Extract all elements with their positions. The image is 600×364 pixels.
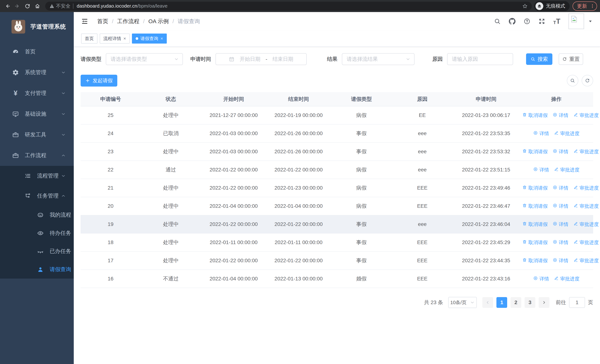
back-icon[interactable] <box>3 2 12 10</box>
page-size-label: 10条/页 <box>450 299 467 306</box>
action-progress-link[interactable]: 审批进度 <box>573 203 599 209</box>
sidebar-item-workflow[interactable]: 工作流程 <box>0 145 74 166</box>
toggle-search-button[interactable] <box>567 75 578 86</box>
close-icon[interactable]: × <box>160 36 163 41</box>
fullscreen-icon[interactable] <box>538 18 545 25</box>
browser-menu-icon[interactable] <box>590 4 595 9</box>
sidebar-item-leave-query[interactable]: 请假查询 <box>0 260 74 279</box>
search-icon[interactable] <box>494 18 501 25</box>
sidebar-item-done-tasks[interactable]: 已办任务 <box>0 242 74 260</box>
app-logo[interactable]: 芋道管理系统 <box>0 12 74 41</box>
reset-button[interactable]: 重置 <box>559 53 583 65</box>
pagination-goto: 前往1页 <box>556 297 593 308</box>
font-size-icon[interactable]: TT <box>553 18 560 25</box>
action-cancel-link[interactable]: 取消请假 <box>522 185 548 191</box>
action-progress-link[interactable]: 审批进度 <box>573 221 599 228</box>
page-size-select[interactable]: 10条/页 <box>448 297 477 308</box>
result-select[interactable]: 请选择流结果 <box>342 53 414 65</box>
cell-id: 24 <box>81 124 141 142</box>
next-page-button[interactable] <box>539 297 549 308</box>
reason-input[interactable]: 请输入原因 <box>447 53 513 65</box>
avatar[interactable] <box>569 14 584 29</box>
sidebar-item-label: 流程管理 <box>37 172 58 180</box>
action-progress-link[interactable]: 审批进度 <box>554 167 580 173</box>
home-icon[interactable] <box>33 2 42 10</box>
prev-page-button[interactable] <box>482 297 493 308</box>
address-bar[interactable]: 不安全 dashboard.yudao.iocoder.cn/bpm/oa/le… <box>45 2 532 10</box>
action-detail-link[interactable]: 详情 <box>553 203 569 209</box>
action-cancel-link[interactable]: 取消请假 <box>522 112 548 119</box>
create-leave-button[interactable]: 发起请假 <box>81 75 117 86</box>
sidebar-item-todo-tasks[interactable]: 待办任务 <box>0 224 74 242</box>
action-label: 审批进度 <box>580 112 599 119</box>
page-button-1[interactable]: 1 <box>497 297 507 308</box>
github-icon[interactable] <box>509 18 516 25</box>
tab-home[interactable]: 首页 <box>81 34 97 44</box>
filter-reason: 原因 请输入原因 <box>432 53 513 65</box>
sidebar-toggle-icon[interactable] <box>81 18 88 25</box>
sidebar-item-system[interactable]: 系统管理 <box>0 62 74 83</box>
cell-id: 17 <box>81 252 141 270</box>
search-button[interactable]: 搜索 <box>526 53 552 65</box>
leave-type-select[interactable]: 请选择请假类型 <box>106 53 183 65</box>
breadcrumb-item-workflow[interactable]: 工作流程 <box>117 18 139 25</box>
chevron-up-icon <box>60 153 67 158</box>
cell-end: 2022-01-26 00:00:00 <box>266 124 331 142</box>
action-detail-link[interactable]: 详情 <box>533 167 549 173</box>
bookmark-star-icon[interactable] <box>522 3 528 9</box>
action-cancel-link[interactable]: 取消请假 <box>522 239 548 246</box>
help-icon[interactable] <box>524 18 530 25</box>
action-progress-link[interactable]: 审批进度 <box>554 276 580 282</box>
sidebar-item-home[interactable]: 首页 <box>0 41 74 62</box>
action-detail-link[interactable]: 详情 <box>553 185 569 191</box>
breadcrumb-item-oa-example[interactable]: OA 示例 <box>149 18 169 25</box>
action-detail-link[interactable]: 详情 <box>533 130 549 137</box>
sidebar-item-label: 请假查询 <box>50 266 71 273</box>
cell-type: 事假 <box>331 252 392 270</box>
action-progress-link[interactable]: 审批进度 <box>554 130 580 137</box>
avatar-caret-icon[interactable] <box>588 19 593 24</box>
sidebar-item-process-mgmt[interactable]: 流程管理 <box>0 166 74 186</box>
edit-icon <box>554 131 559 137</box>
refresh-table-button[interactable] <box>582 75 593 86</box>
sidebar-item-infrastructure[interactable]: 基础设施 <box>0 104 74 124</box>
sidebar-item-task-mgmt[interactable]: 任务管理 <box>0 186 74 206</box>
forward-icon[interactable] <box>13 2 22 10</box>
reload-icon[interactable] <box>23 2 32 10</box>
action-progress-link[interactable]: 审批进度 <box>573 239 599 246</box>
view-icon <box>553 221 557 227</box>
sidebar-item-payment[interactable]: ¥支付管理 <box>0 83 74 104</box>
action-detail-link[interactable]: 详情 <box>533 276 549 282</box>
tab-process-detail[interactable]: 流程详情× <box>100 34 130 44</box>
action-cancel-link[interactable]: 取消请假 <box>522 203 548 209</box>
apply-time-range-picker[interactable]: 开始日期 - 结束日期 <box>216 53 307 65</box>
action-progress-link[interactable]: 审批进度 <box>573 185 599 191</box>
action-cancel-link[interactable]: 取消请假 <box>522 149 548 155</box>
action-cancel-link[interactable]: 取消请假 <box>522 257 548 264</box>
goto-page-input[interactable]: 1 <box>569 297 585 308</box>
action-progress-link[interactable]: 审批进度 <box>573 112 599 119</box>
breadcrumb-item-home[interactable]: 首页 <box>97 18 108 25</box>
action-progress-link[interactable]: 审批进度 <box>573 149 599 155</box>
cell-end: 2022-01-19 00:00:00 <box>266 106 331 124</box>
page-button-3[interactable]: 3 <box>525 297 535 308</box>
table-row: 20处理中2022-01-04 00:00:002022-01-04 00:00… <box>81 197 593 215</box>
action-cancel-link[interactable]: 取消请假 <box>522 221 548 228</box>
sidebar-item-dev-tools[interactable]: 研发工具 <box>0 124 74 145</box>
sidebar-item-my-process[interactable]: 我的流程 <box>0 206 74 224</box>
page-button-2[interactable]: 2 <box>510 297 521 308</box>
close-icon[interactable]: × <box>123 36 126 41</box>
update-button[interactable]: 更新 <box>572 1 597 11</box>
topbar: 首页/工作流程/OA 示例/请假查询 TT <box>74 12 600 31</box>
cell-end: 2022-01-22 00:00:00 <box>266 161 331 179</box>
action-progress-link[interactable]: 审批进度 <box>573 257 599 264</box>
cell-reason: eee <box>392 161 453 179</box>
action-detail-link[interactable]: 详情 <box>553 149 569 155</box>
sidebar-item-label: 首页 <box>25 48 36 56</box>
action-detail-link[interactable]: 详情 <box>553 257 569 264</box>
action-detail-link[interactable]: 详情 <box>553 239 569 246</box>
action-detail-link[interactable]: 详情 <box>553 112 569 119</box>
action-detail-link[interactable]: 详情 <box>553 221 569 228</box>
cell-apply_time: 2022-01-22 23:53:32 <box>453 142 519 161</box>
tab-leave-query[interactable]: 请假查询× <box>132 34 167 44</box>
